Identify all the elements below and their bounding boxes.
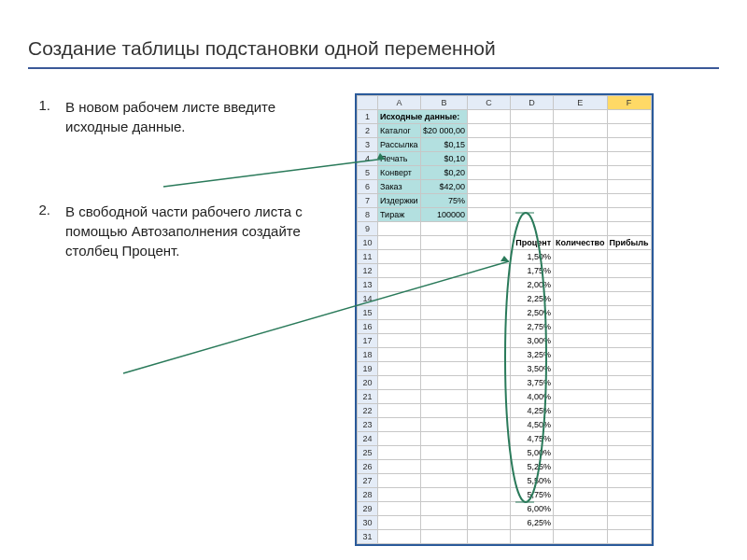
percent-cell[interactable]: 1,50% [511, 250, 554, 264]
data-header-cell[interactable]: Прибыль [607, 236, 651, 250]
empty-cell[interactable] [421, 320, 468, 334]
empty-cell[interactable] [511, 166, 554, 180]
empty-cell[interactable] [511, 152, 554, 166]
source-header-cell[interactable]: Исходные данные: [378, 110, 468, 124]
col-header[interactable]: B [421, 96, 468, 110]
empty-cell[interactable] [468, 236, 511, 250]
empty-cell[interactable] [468, 502, 511, 516]
empty-cell[interactable] [554, 124, 607, 138]
empty-cell[interactable] [607, 138, 651, 152]
empty-cell[interactable] [468, 390, 511, 404]
empty-cell[interactable] [554, 138, 607, 152]
empty-cell[interactable] [378, 236, 421, 250]
empty-cell[interactable] [421, 362, 468, 376]
row-header[interactable]: 2 [358, 124, 378, 138]
empty-cell[interactable] [554, 446, 607, 460]
empty-cell[interactable] [607, 292, 651, 306]
empty-cell[interactable] [554, 278, 607, 292]
source-value-cell[interactable]: 75% [421, 194, 468, 208]
empty-cell[interactable] [468, 138, 511, 152]
empty-cell[interactable] [607, 362, 651, 376]
empty-cell[interactable] [468, 474, 511, 488]
empty-cell[interactable] [554, 530, 607, 544]
row-header[interactable]: 25 [358, 446, 378, 460]
empty-cell[interactable] [554, 222, 607, 236]
percent-cell[interactable]: 2,50% [511, 306, 554, 320]
empty-cell[interactable] [607, 180, 651, 194]
empty-cell[interactable] [421, 446, 468, 460]
empty-cell[interactable] [421, 278, 468, 292]
empty-cell[interactable] [421, 418, 468, 432]
empty-cell[interactable] [421, 292, 468, 306]
empty-cell[interactable] [421, 432, 468, 446]
empty-cell[interactable] [468, 306, 511, 320]
empty-cell[interactable] [378, 292, 421, 306]
empty-cell[interactable] [607, 306, 651, 320]
empty-cell[interactable] [421, 390, 468, 404]
empty-cell[interactable] [378, 530, 421, 544]
empty-cell[interactable] [607, 474, 651, 488]
empty-cell[interactable] [554, 502, 607, 516]
percent-cell[interactable]: 5,25% [511, 460, 554, 474]
empty-cell[interactable] [511, 222, 554, 236]
empty-cell[interactable] [607, 418, 651, 432]
empty-cell[interactable] [607, 278, 651, 292]
empty-cell[interactable] [607, 376, 651, 390]
empty-cell[interactable] [421, 250, 468, 264]
empty-cell[interactable] [468, 222, 511, 236]
empty-cell[interactable] [378, 502, 421, 516]
empty-cell[interactable] [607, 194, 651, 208]
empty-cell[interactable] [607, 264, 651, 278]
empty-cell[interactable] [554, 250, 607, 264]
empty-cell[interactable] [554, 418, 607, 432]
row-header[interactable]: 24 [358, 432, 378, 446]
percent-cell[interactable]: 4,50% [511, 418, 554, 432]
row-header[interactable]: 13 [358, 278, 378, 292]
percent-cell[interactable]: 5,50% [511, 474, 554, 488]
row-header[interactable]: 17 [358, 334, 378, 348]
source-label-cell[interactable]: Каталог [378, 124, 421, 138]
percent-cell[interactable]: 6,25% [511, 516, 554, 530]
row-header[interactable]: 5 [358, 166, 378, 180]
row-header[interactable]: 10 [358, 236, 378, 250]
source-label-cell[interactable]: Заказ [378, 180, 421, 194]
empty-cell[interactable] [468, 194, 511, 208]
percent-cell[interactable]: 5,75% [511, 488, 554, 502]
row-header[interactable]: 21 [358, 390, 378, 404]
empty-cell[interactable] [554, 166, 607, 180]
empty-cell[interactable] [607, 502, 651, 516]
data-header-cell[interactable]: Процент [511, 236, 554, 250]
empty-cell[interactable] [421, 502, 468, 516]
empty-cell[interactable] [378, 376, 421, 390]
row-header[interactable]: 27 [358, 474, 378, 488]
row-header[interactable]: 11 [358, 250, 378, 264]
empty-cell[interactable] [378, 320, 421, 334]
source-label-cell[interactable]: Конверт [378, 166, 421, 180]
source-label-cell[interactable]: Печать [378, 152, 421, 166]
row-header[interactable]: 31 [358, 530, 378, 544]
empty-cell[interactable] [468, 418, 511, 432]
row-header[interactable]: 3 [358, 138, 378, 152]
empty-cell[interactable] [468, 432, 511, 446]
empty-cell[interactable] [511, 110, 554, 124]
empty-cell[interactable] [378, 460, 421, 474]
empty-cell[interactable] [554, 362, 607, 376]
empty-cell[interactable] [607, 152, 651, 166]
source-label-cell[interactable]: Издержки [378, 194, 421, 208]
row-header[interactable]: 9 [358, 222, 378, 236]
source-value-cell[interactable]: $42,00 [421, 180, 468, 194]
empty-cell[interactable] [607, 110, 651, 124]
empty-cell[interactable] [468, 530, 511, 544]
percent-cell[interactable]: 1,75% [511, 264, 554, 278]
empty-cell[interactable] [607, 516, 651, 530]
empty-cell[interactable] [378, 362, 421, 376]
empty-cell[interactable] [378, 334, 421, 348]
empty-cell[interactable] [554, 348, 607, 362]
empty-cell[interactable] [468, 362, 511, 376]
row-header[interactable]: 8 [358, 208, 378, 222]
percent-cell[interactable]: 3,25% [511, 348, 554, 362]
empty-cell[interactable] [554, 432, 607, 446]
row-header[interactable]: 12 [358, 264, 378, 278]
col-header[interactable]: E [554, 96, 607, 110]
empty-cell[interactable] [421, 236, 468, 250]
